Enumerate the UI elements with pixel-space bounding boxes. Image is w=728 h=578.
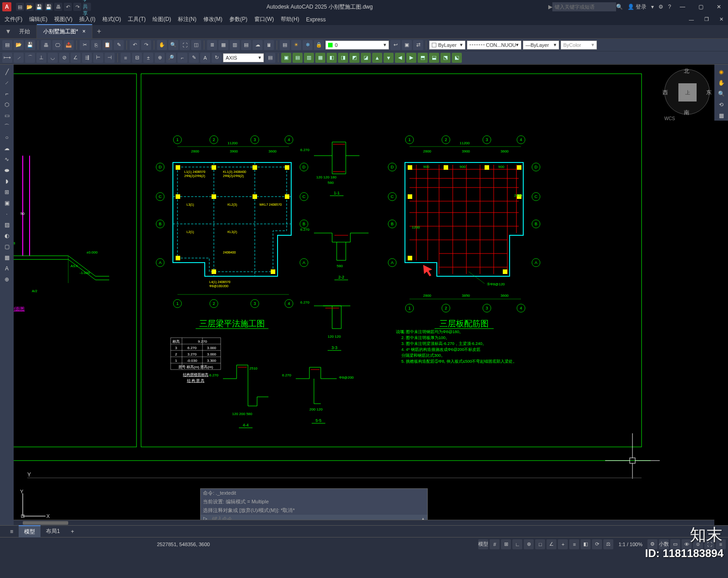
- gradient-icon[interactable]: ◐: [1, 231, 12, 241]
- et-14-icon[interactable]: ⬓: [429, 53, 439, 63]
- login-button[interactable]: 👤 登录: [627, 3, 647, 11]
- et-1-icon[interactable]: ▣: [281, 53, 291, 63]
- app-logo[interactable]: A: [2, 2, 11, 11]
- props-icon[interactable]: ≣: [207, 40, 217, 50]
- dim-edit-icon[interactable]: ✎: [189, 53, 199, 63]
- qat-print-icon[interactable]: 🖶: [54, 3, 62, 11]
- qcalc-icon[interactable]: 🖩: [264, 40, 274, 50]
- dim-linear-icon[interactable]: ⟼: [2, 53, 12, 63]
- cycling-icon[interactable]: ⟳: [592, 539, 602, 549]
- layer-state-icon[interactable]: ☀: [291, 40, 301, 50]
- doc-restore-icon[interactable]: ❐: [704, 16, 709, 22]
- transparency-icon[interactable]: ◧: [581, 539, 591, 549]
- menu-tools[interactable]: 工具(T): [128, 15, 146, 23]
- doc-close-icon[interactable]: ✕: [719, 16, 723, 22]
- circle-icon[interactable]: ○: [1, 132, 12, 142]
- rect-icon[interactable]: ▭: [1, 111, 12, 121]
- menu-view[interactable]: 视图(V): [54, 15, 72, 23]
- menu-modify[interactable]: 修改(M): [203, 15, 222, 23]
- qat-share-icon[interactable]: ✈ 共享: [83, 3, 91, 11]
- et-5-icon[interactable]: ◧: [327, 53, 337, 63]
- close-button[interactable]: ✕: [710, 0, 728, 14]
- match-icon[interactable]: ✎: [114, 40, 124, 50]
- dim-dia-icon[interactable]: ⊘: [59, 53, 69, 63]
- addsel-icon[interactable]: ⊕: [1, 274, 12, 284]
- layer-mgr-icon[interactable]: ▤: [280, 40, 290, 50]
- annoscale-icon[interactable]: ⚖: [603, 539, 613, 549]
- layer-prev-icon[interactable]: ↩: [390, 40, 400, 50]
- insert-icon[interactable]: ⊞: [1, 187, 12, 197]
- snap-toggle-icon[interactable]: ⊞: [501, 539, 511, 549]
- et-7-icon[interactable]: ◩: [349, 53, 359, 63]
- publish-icon[interactable]: 📤: [64, 40, 74, 50]
- linetype-dropdown[interactable]: CON...NUOU▾: [467, 41, 521, 50]
- search-icon[interactable]: 🔍: [616, 4, 623, 10]
- dim-tedit-icon[interactable]: A: [200, 53, 210, 63]
- et-4-icon[interactable]: ▦: [315, 53, 325, 63]
- zoom-readout[interactable]: 1:1 / 100%: [615, 542, 646, 547]
- zoom-ext-icon[interactable]: ⛶: [180, 40, 190, 50]
- dim-arc-icon[interactable]: ⌒: [25, 53, 35, 63]
- pan-nav-icon[interactable]: ✋: [716, 78, 727, 88]
- tab-switcher-icon[interactable]: ▾: [4, 24, 13, 38]
- qat-saveas-icon[interactable]: 💾: [45, 3, 53, 11]
- dim-cont-icon[interactable]: ⊣: [105, 53, 115, 63]
- menu-draw[interactable]: 绘图(D): [152, 15, 171, 23]
- dim-quick-icon[interactable]: ⇶: [82, 53, 92, 63]
- center-icon[interactable]: ⊕: [155, 53, 165, 63]
- line-icon[interactable]: ╱: [1, 67, 12, 77]
- et-8-icon[interactable]: ◪: [361, 53, 371, 63]
- paste-icon[interactable]: 📋: [102, 40, 112, 50]
- modelspace-toggle[interactable]: 模型: [478, 539, 488, 549]
- osnap-toggle-icon[interactable]: □: [535, 539, 545, 549]
- qat-save-icon[interactable]: 💾: [35, 3, 43, 11]
- help-icon[interactable]: ?: [668, 4, 671, 10]
- tolerance-icon[interactable]: ±: [143, 53, 153, 63]
- layer-lock-icon[interactable]: 🔒: [314, 40, 324, 50]
- doc-min-icon[interactable]: —: [689, 17, 694, 22]
- layer-iso-icon[interactable]: ▣: [402, 40, 412, 50]
- et-12-icon[interactable]: ▶: [406, 53, 416, 63]
- menu-edit[interactable]: 编辑(E): [29, 15, 47, 23]
- et-15-icon[interactable]: ⬔: [440, 53, 450, 63]
- menu-dim[interactable]: 标注(N): [178, 15, 197, 23]
- menu-help[interactable]: 帮助(H): [281, 15, 299, 23]
- orbit-icon[interactable]: ⟲: [716, 100, 727, 110]
- grid-toggle-icon[interactable]: #: [490, 539, 500, 549]
- layer-freeze-icon[interactable]: ❄: [303, 40, 313, 50]
- undo-icon[interactable]: ↶: [130, 40, 140, 50]
- bylayer-color-dropdown[interactable]: ByLayer▾: [429, 41, 465, 50]
- tab-add-layout[interactable]: +: [66, 527, 80, 537]
- menu-format[interactable]: 格式(O): [102, 15, 121, 23]
- lwt-toggle-icon[interactable]: ≡: [569, 539, 579, 549]
- tab-document[interactable]: 小别墅施工图* ×: [37, 24, 92, 38]
- qat-redo-icon[interactable]: ↷: [73, 3, 81, 11]
- ellipse-arc-icon[interactable]: ◗: [1, 176, 12, 186]
- new-icon[interactable]: ▤: [2, 40, 12, 50]
- minimize-button[interactable]: —: [673, 0, 692, 14]
- zoom-icon[interactable]: 🔍: [168, 40, 178, 50]
- tab-layout1[interactable]: 布局1: [40, 526, 66, 537]
- showmotion-icon[interactable]: ▦: [716, 111, 727, 121]
- markup-icon[interactable]: ☁: [253, 40, 263, 50]
- et-16-icon[interactable]: ⬕: [452, 53, 462, 63]
- maximize-button[interactable]: ▢: [692, 0, 710, 14]
- point-icon[interactable]: ·: [1, 209, 12, 219]
- menu-file[interactable]: 文件(F): [5, 15, 22, 23]
- dim-update-icon[interactable]: ↻: [212, 53, 222, 63]
- et-13-icon[interactable]: ⬒: [418, 53, 428, 63]
- inspect-icon[interactable]: 🔎: [166, 53, 176, 63]
- jog-icon[interactable]: ⌐: [177, 53, 187, 63]
- ortho-toggle-icon[interactable]: ∟: [512, 539, 522, 549]
- h-scrollbar[interactable]: [14, 520, 714, 525]
- dim-break-icon[interactable]: ⊟: [132, 53, 142, 63]
- polar-toggle-icon[interactable]: ⊛: [524, 539, 534, 549]
- et-6-icon[interactable]: ◨: [338, 53, 348, 63]
- table-icon[interactable]: ▦: [1, 253, 12, 263]
- block-icon[interactable]: ▣: [1, 198, 12, 208]
- open-icon[interactable]: 📂: [14, 40, 24, 50]
- zoom-nav-icon[interactable]: 🔍: [716, 89, 727, 99]
- plotstyle-dropdown[interactable]: ByColor▾: [561, 41, 597, 50]
- layer-match-icon[interactable]: ⇄: [413, 40, 423, 50]
- et-3-icon[interactable]: ▥: [304, 53, 314, 63]
